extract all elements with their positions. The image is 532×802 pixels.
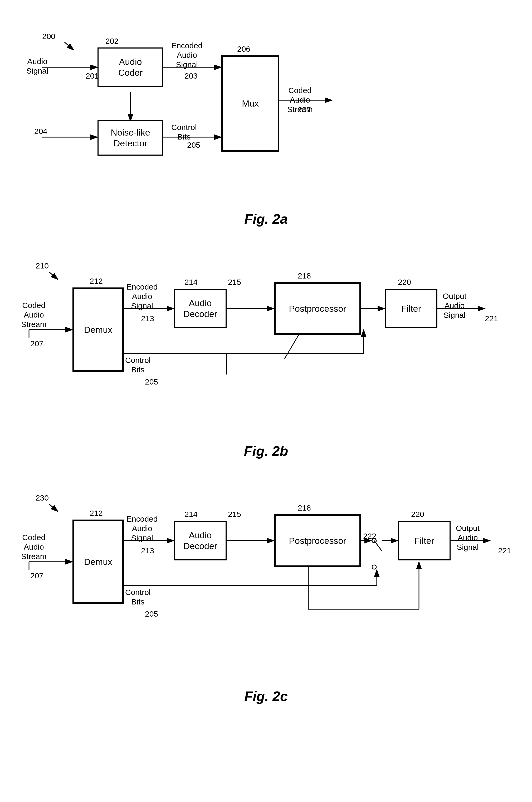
ref203-label: 203 [185,71,197,81]
encoded-audio-label-2c: EncodedAudioSignal [127,514,157,543]
ref213-label-2b: 213 [141,314,154,323]
demux-box-2c: Demux [73,520,124,604]
ref200-label: 200 [42,32,55,41]
ref212-label-2b: 212 [90,276,103,286]
fig2c-section: 230 CodedAudioStream 207 Demux 212 Encod… [21,480,511,704]
ref205-label-2c: 205 [145,609,158,619]
ref214-label-2c: 214 [185,510,197,519]
ref206-label: 206 [237,44,250,54]
audio-coder-box: AudioCoder [97,48,164,87]
control-bits-label-2a: ControlBits [171,123,197,142]
ref221-label-2b: 221 [485,314,498,323]
coded-audio-stream-label-2c: CodedAudioStream [21,533,46,561]
ref220-label-2b: 220 [398,277,411,287]
control-bits-label-2b: ControlBits [125,356,151,375]
ref213-label-2c: 213 [141,546,154,555]
ref222-label-2c: 222 [363,531,376,541]
coded-audio-stream-label-2b: CodedAudioStream [21,300,46,329]
fig2a-label: Fig. 2a [21,211,511,227]
svg-line-7 [64,42,74,50]
ref214-label-2b: 214 [185,277,197,287]
mux-box: Mux [221,55,279,152]
output-audio-label-2c: OutputAudioSignal [456,524,479,552]
demux-box-2b: Demux [73,288,124,372]
ref230-label: 230 [36,493,49,503]
fig2b-section: 210 CodedAudioStream 207 Demux 212 Encod… [21,248,511,459]
encoded-audio-label-2b: EncodedAudioSignal [127,282,157,311]
control-bits-label-2c: ControlBits [125,588,151,606]
page: 200 AudioSignal 201 AudioCoder 202 Encod… [0,0,532,802]
ref218-label-2b: 218 [298,271,311,280]
output-audio-label-2b: OutputAudioSignal [443,291,467,320]
ref201-label: 201 [86,71,99,81]
filter-box-2c: Filter [398,521,451,561]
fig2a-diagram: 200 AudioSignal 201 AudioCoder 202 Encod… [21,16,511,200]
ref204-label: 204 [34,127,48,136]
fig2c-label: Fig. 2c [21,688,511,704]
audio-decoder-box-2b: AudioDecoder [174,289,227,328]
ref205-label-2a: 205 [187,140,200,150]
svg-line-38 [374,541,382,551]
postprocessor-box-2c: Postprocessor [274,514,361,567]
fig2b-diagram: 210 CodedAudioStream 207 Demux 212 Encod… [21,248,511,433]
audio-signal-label-2a: AudioSignal [26,57,48,76]
ref220-label-2c: 220 [411,510,424,519]
ref207-label-2b: 207 [30,339,43,348]
ref207-label-2a: 207 [298,105,311,114]
ref205-label-2b: 205 [145,377,158,387]
ref215-label-2b: 215 [228,277,241,287]
fig2b-label: Fig. 2b [21,443,511,459]
ref218-label-2c: 218 [298,503,311,513]
ref202-label: 202 [106,36,118,46]
filter-box-2b: Filter [385,289,437,328]
fig2a-section: 200 AudioSignal 201 AudioCoder 202 Encod… [21,16,511,227]
svg-line-23 [49,504,58,512]
ref215-label-2c: 215 [228,510,241,519]
ref207-label-2c: 207 [30,571,43,581]
fig2c-diagram: 230 CodedAudioStream 207 Demux 212 Encod… [21,480,511,678]
postprocessor-box-2b: Postprocessor [274,282,361,335]
ref210-label: 210 [36,261,49,271]
noise-detector-box: Noise-likeDetector [97,120,164,156]
encoded-audio-label-2a: EncodedAudioSignal [171,41,202,69]
ref212-label-2c: 212 [90,509,103,518]
svg-point-37 [372,565,376,569]
audio-decoder-box-2c: AudioDecoder [174,521,227,561]
svg-line-9 [49,272,58,279]
ref221-label-2c: 221 [498,546,511,555]
